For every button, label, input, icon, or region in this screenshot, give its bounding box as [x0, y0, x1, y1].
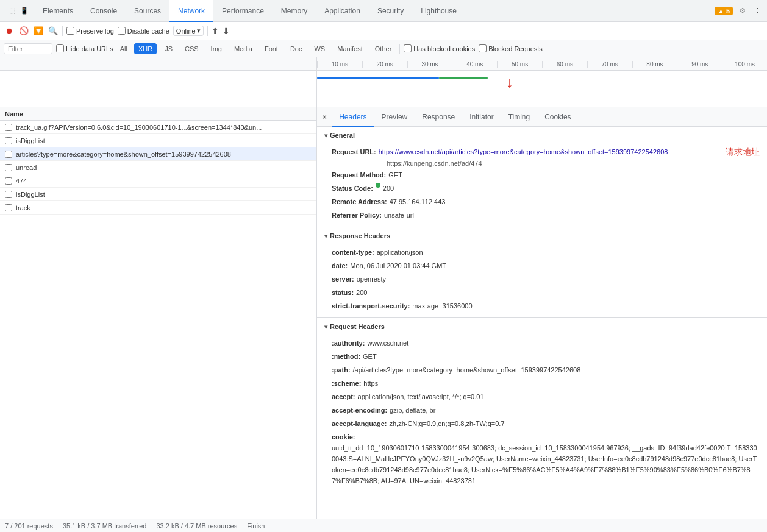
request-method-label: Request Method: [332, 169, 386, 180]
waterfall-left [0, 71, 317, 107]
blocked-requests-label[interactable]: Blocked Requests [479, 44, 543, 52]
tab-application[interactable]: Application [316, 0, 369, 22]
filter-manifest[interactable]: Manifest [333, 43, 367, 54]
filter-js[interactable]: JS [160, 43, 177, 54]
search-icon[interactable]: 🔍 [48, 26, 59, 37]
main-area: Name track_ua.gif?APIVersion=0.6.0&cid=1… [0, 107, 767, 519]
tab-memory[interactable]: Memory [273, 0, 316, 22]
list-item[interactable]: isDiggList [0, 134, 316, 147]
tab-network[interactable]: Network [169, 0, 213, 22]
row-checkbox[interactable] [5, 151, 12, 158]
request-header-key: :scheme: [332, 378, 361, 389]
request-header-val: www.csdn.net [367, 338, 408, 349]
tab-preview[interactable]: Preview [374, 107, 415, 127]
row-name: track [16, 204, 30, 211]
waterfall-arrow: ↓ [506, 74, 513, 91]
list-item[interactable]: unread [0, 161, 316, 174]
tab-security[interactable]: Security [369, 0, 412, 22]
request-url-value[interactable]: https://www.csdn.net/api/articles?type=m… [379, 146, 721, 157]
tick-10ms: 10 ms [317, 61, 362, 68]
clear-button[interactable]: 🚫 [18, 26, 29, 37]
list-item[interactable]: track [0, 201, 316, 215]
triangle-icon: ▾ [324, 132, 327, 139]
tab-response[interactable]: Response [415, 107, 462, 127]
tab-initiator[interactable]: Initiator [462, 107, 501, 127]
chevron-down-icon: ▾ [197, 27, 201, 35]
name-column-header: Name [0, 107, 316, 121]
filter-other[interactable]: Other [371, 43, 396, 54]
disable-cache-checkbox[interactable] [118, 27, 126, 35]
filter-xhr[interactable]: XHR [134, 43, 157, 54]
filter-img[interactable]: Img [207, 43, 226, 54]
warning-badge: ▲ 5 [715, 7, 733, 15]
list-item[interactable]: 474 [0, 174, 316, 188]
list-item[interactable]: articles?type=more&category=home&shown_o… [0, 147, 316, 161]
request-header-val: zh,zh-CN;q=0.9,en;q=0.8,zh-TW;q=0.7 [389, 418, 504, 429]
request-headers-title: Request Headers [330, 323, 385, 330]
response-header-val: openresty [357, 274, 386, 285]
tab-cookies[interactable]: Cookies [537, 107, 578, 127]
row-checkbox[interactable] [5, 124, 12, 131]
download-button[interactable]: ⬇ [223, 26, 230, 36]
tab-elements[interactable]: Elements [34, 0, 82, 22]
response-headers-title: Response Headers [330, 232, 390, 239]
separator-1 [62, 26, 63, 36]
tab-bar-right: ▲ 5 ⚙ ⋮ [715, 6, 767, 16]
timeline-left-spacer [0, 57, 317, 70]
preserve-log-checkbox[interactable] [66, 27, 74, 35]
filter-css[interactable]: CSS [180, 43, 203, 54]
general-section-header[interactable]: ▾ General [317, 127, 767, 144]
tab-headers[interactable]: Headers [332, 107, 374, 127]
disable-cache-label[interactable]: Disable cache [118, 27, 169, 35]
upload-button[interactable]: ⬆ [212, 26, 219, 36]
request-header-key: :method: [332, 351, 360, 362]
response-header-sts: strict-transport-security: max-age=31536… [332, 299, 760, 313]
tab-performance[interactable]: Performance [213, 0, 273, 22]
tab-console[interactable]: Console [82, 0, 126, 22]
row-checkbox[interactable] [5, 137, 12, 144]
online-select[interactable]: Online ▾ [173, 26, 204, 36]
referrer-policy-value: unsafe-url [384, 210, 414, 221]
remote-address-value: 47.95.164.112:443 [390, 196, 446, 207]
row-checkbox[interactable] [5, 164, 12, 171]
row-checkbox[interactable] [5, 204, 12, 211]
tab-timing[interactable]: Timing [501, 107, 538, 127]
filter-all[interactable]: All [117, 44, 130, 54]
detail-panel: × Headers Preview Response Initiator Tim… [317, 107, 767, 519]
tab-lighthouse[interactable]: Lighthouse [412, 0, 465, 22]
filter-media[interactable]: Media [230, 43, 257, 54]
request-header-val: application/json, text/javascript, */*; … [358, 391, 484, 402]
response-header-val: max-age=31536000 [412, 300, 472, 311]
remote-address-row: Remote Address: 47.95.164.112:443 [332, 195, 760, 208]
list-item[interactable]: track_ua.gif?APIVersion=0.6.0&cid=10_190… [0, 121, 316, 134]
filter-icon[interactable]: 🔽 [33, 26, 44, 37]
record-stop-button[interactable]: ⏺ [4, 26, 15, 37]
response-header-key: status: [332, 287, 354, 298]
blocked-requests-checkbox[interactable] [479, 44, 487, 52]
filter-doc[interactable]: Doc [286, 43, 307, 54]
hide-data-urls-label[interactable]: Hide data URLs [56, 44, 113, 52]
waterfall-bar-connect [439, 77, 488, 79]
filter-ws[interactable]: WS [310, 43, 329, 54]
preserve-log-label[interactable]: Preserve log [66, 27, 114, 35]
request-headers-section-header[interactable]: ▾ Request Headers [317, 318, 767, 335]
filter-font[interactable]: Font [260, 43, 282, 54]
more-icon[interactable]: ⋮ [752, 6, 762, 16]
request-header-val: https [363, 378, 378, 389]
row-checkbox[interactable] [5, 191, 12, 198]
has-blocked-cookies-label[interactable]: Has blocked cookies [404, 44, 475, 52]
row-checkbox[interactable] [5, 177, 12, 185]
general-title: General [330, 132, 355, 139]
detail-close-button[interactable]: × [322, 112, 327, 122]
request-header-val: uuid_tt_dd=10_19030601710-1583300041954-… [332, 442, 760, 486]
hide-data-urls-checkbox[interactable] [56, 44, 64, 52]
tab-sources[interactable]: Sources [126, 0, 169, 22]
filter-input[interactable] [4, 43, 52, 54]
settings-icon[interactable]: ⚙ [738, 6, 747, 16]
has-blocked-cookies-checkbox[interactable] [404, 44, 412, 52]
device-icon[interactable]: 📱 [20, 6, 29, 16]
list-item[interactable]: isDiggList [0, 188, 316, 201]
response-headers-section-header[interactable]: ▾ Response Headers [317, 227, 767, 244]
inspect-icon[interactable]: ⬚ [7, 6, 17, 16]
request-header-key: accept-encoding: [332, 405, 387, 416]
